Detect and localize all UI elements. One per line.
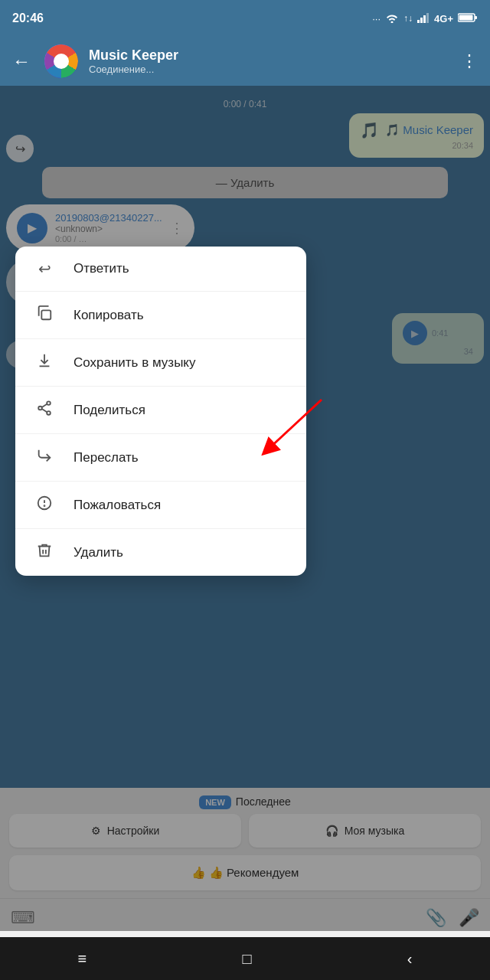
report-icon — [34, 495, 55, 515]
app-bar-info: Music Keeper Соединение... — [89, 47, 447, 75]
svg-rect-3 — [426, 13, 429, 23]
reply-label: Ответить — [74, 261, 129, 276]
svg-rect-7 — [41, 310, 51, 319]
nav-bar: ≡ □ ‹ — [0, 937, 490, 980]
nav-home-icon[interactable]: □ — [242, 950, 251, 968]
save-music-icon — [34, 352, 55, 373]
delete-icon — [34, 542, 55, 563]
more-button[interactable]: ⋮ — [458, 48, 481, 74]
signal-bars-icon — [417, 12, 430, 25]
svg-point-9 — [38, 407, 42, 410]
app-bar-title: Music Keeper — [89, 47, 447, 64]
share-label: Поделиться — [74, 403, 145, 418]
status-icons: ··· ↑↓ 4G+ — [372, 12, 478, 25]
svg-line-12 — [42, 409, 47, 412]
svg-point-15 — [44, 505, 45, 506]
data-arrows-icon: ↑↓ — [403, 13, 413, 24]
context-item-report[interactable]: Пожаловаться — [15, 482, 306, 529]
context-menu: ↩ Ответить Копировать Сохранить в музыку — [15, 247, 306, 576]
nav-menu-icon[interactable]: ≡ — [78, 950, 87, 968]
copy-label: Копировать — [74, 308, 144, 323]
app-bar: ← Music Keeper Соединение... ⋮ — [0, 37, 490, 86]
status-time: 20:46 — [12, 11, 44, 25]
save-music-label: Сохранить в музыку — [74, 355, 195, 371]
app-bar-subtitle: Соединение... — [89, 64, 447, 75]
svg-point-10 — [47, 411, 51, 415]
battery-icon — [458, 12, 478, 25]
chat-area: 0:00 / 0:41 🎵 🎵 Music Keeper 20:34 ↪ — У… — [0, 86, 490, 931]
wifi-icon — [385, 12, 399, 25]
status-bar: 20:46 ··· ↑↓ 4G+ — [0, 0, 490, 37]
signal-dots-icon: ··· — [372, 13, 381, 24]
reply-icon: ↩ — [34, 260, 55, 278]
report-label: Пожаловаться — [74, 498, 161, 513]
svg-rect-1 — [420, 18, 423, 23]
avatar — [44, 44, 78, 78]
context-item-reply[interactable]: ↩ Ответить — [15, 247, 306, 292]
svg-rect-2 — [423, 15, 426, 23]
context-item-delete[interactable]: Удалить — [15, 529, 306, 576]
nav-back-icon[interactable]: ‹ — [407, 950, 413, 968]
copy-icon — [34, 305, 55, 325]
svg-rect-6 — [459, 15, 473, 20]
context-item-copy[interactable]: Копировать — [15, 292, 306, 339]
svg-rect-0 — [417, 20, 420, 23]
delete-menu-label: Удалить — [74, 545, 123, 560]
context-item-forward[interactable]: Переслать — [15, 434, 306, 482]
svg-line-11 — [42, 404, 47, 407]
back-button[interactable]: ← — [9, 47, 34, 75]
svg-rect-5 — [475, 16, 477, 19]
context-item-share[interactable]: Поделиться — [15, 387, 306, 434]
context-item-save-music[interactable]: Сохранить в музыку — [15, 339, 306, 387]
network-label: 4G+ — [434, 13, 453, 24]
forward-menu-icon — [34, 447, 55, 468]
forward-label: Переслать — [74, 450, 139, 466]
svg-point-8 — [47, 401, 51, 405]
share-icon — [34, 400, 55, 420]
